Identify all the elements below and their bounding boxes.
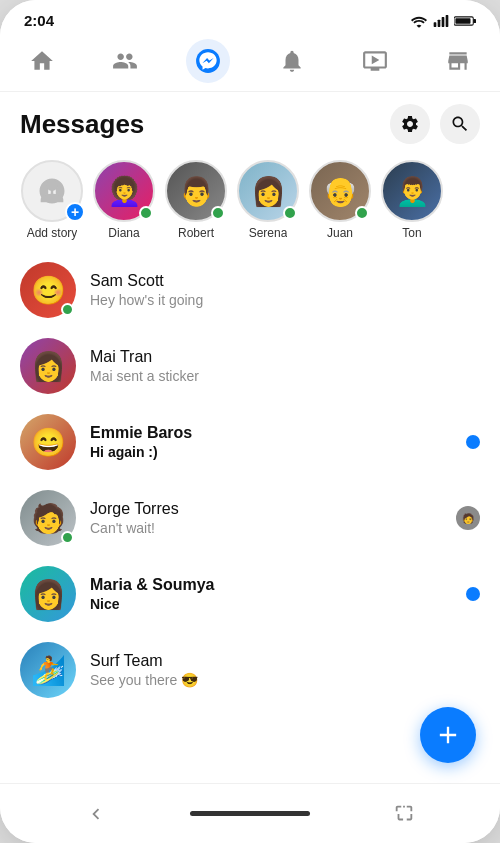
message-item-emmie[interactable]: 😄 Emmie Baros Hi again :) bbox=[0, 404, 500, 480]
svg-rect-2 bbox=[442, 17, 445, 27]
nav-home[interactable] bbox=[20, 39, 64, 83]
story-juan-online bbox=[355, 206, 369, 220]
story-ton-avatar: 👨‍🦱 bbox=[381, 160, 443, 222]
sam-preview: Hey how's it going bbox=[90, 292, 480, 308]
emmie-blue-dot bbox=[466, 435, 480, 449]
jorge-online-dot bbox=[61, 531, 74, 544]
nav-notifications[interactable] bbox=[270, 39, 314, 83]
mai-avatar: 👩 bbox=[20, 338, 76, 394]
maria-content: Maria & Soumya Nice bbox=[90, 576, 480, 612]
jorge-content: Jorge Torres Can't wait! bbox=[90, 500, 480, 536]
search-button[interactable] bbox=[440, 104, 480, 144]
mai-avatar-wrap: 👩 bbox=[20, 338, 76, 394]
maria-preview: Nice bbox=[90, 596, 480, 612]
nav-messenger[interactable] bbox=[186, 39, 230, 83]
pages-button[interactable] bbox=[386, 796, 422, 832]
emmie-avatar: 😄 bbox=[20, 414, 76, 470]
svg-rect-0 bbox=[434, 22, 437, 27]
nav-watch[interactable] bbox=[353, 39, 397, 83]
surf-avatar: 🏄 bbox=[20, 642, 76, 698]
maria-avatar-wrap: 👩 bbox=[20, 566, 76, 622]
story-add[interactable]: + Add story bbox=[16, 160, 88, 240]
nav-store[interactable] bbox=[436, 39, 480, 83]
svg-rect-5 bbox=[473, 18, 476, 22]
mai-preview: Mai sent a sticker bbox=[90, 368, 480, 384]
battery-icon bbox=[454, 15, 476, 27]
story-juan[interactable]: 👴 Juan bbox=[304, 160, 376, 240]
messages-header: Messages bbox=[0, 92, 500, 152]
story-ton-label: Ton bbox=[402, 226, 421, 240]
add-story-badge: + bbox=[65, 202, 85, 222]
jorge-indicator: 🧑 bbox=[456, 506, 480, 530]
messages-list: 😊 Sam Scott Hey how's it going 👩 Mai Tra… bbox=[0, 252, 500, 783]
surf-content: Surf Team See you there 😎 bbox=[90, 652, 480, 688]
emmie-indicator bbox=[466, 435, 480, 449]
surf-name: Surf Team bbox=[90, 652, 480, 670]
message-item-surf[interactable]: 🏄 Surf Team See you there 😎 bbox=[0, 632, 500, 708]
maria-indicator bbox=[466, 587, 480, 601]
story-diana-label: Diana bbox=[108, 226, 139, 240]
jorge-avatar-wrap: 🧑 bbox=[20, 490, 76, 546]
svg-rect-3 bbox=[446, 15, 449, 27]
message-item-jorge[interactable]: 🧑 Jorge Torres Can't wait! 🧑 bbox=[0, 480, 500, 556]
search-icon bbox=[450, 114, 470, 134]
page-title: Messages bbox=[20, 109, 144, 140]
emmie-avatar-wrap: 😄 bbox=[20, 414, 76, 470]
svg-rect-1 bbox=[438, 19, 441, 26]
message-item-sam[interactable]: 😊 Sam Scott Hey how's it going bbox=[0, 252, 500, 328]
plus-icon bbox=[434, 721, 462, 749]
jorge-reaction: 🧑 bbox=[456, 506, 480, 530]
story-ton[interactable]: 👨‍🦱 Ton bbox=[376, 160, 448, 240]
new-message-fab[interactable] bbox=[420, 707, 476, 763]
nav-people[interactable] bbox=[103, 39, 147, 83]
mai-content: Mai Tran Mai sent a sticker bbox=[90, 348, 480, 384]
sam-name: Sam Scott bbox=[90, 272, 480, 290]
bottom-bar bbox=[0, 783, 500, 843]
stories-row: + Add story 👩‍🦱 Diana 👨 Robert bbox=[0, 152, 500, 252]
nav-bar bbox=[0, 33, 500, 92]
header-actions bbox=[390, 104, 480, 144]
gear-icon bbox=[400, 114, 420, 134]
sam-content: Sam Scott Hey how's it going bbox=[90, 272, 480, 308]
jorge-preview: Can't wait! bbox=[90, 520, 480, 536]
message-item-mai[interactable]: 👩 Mai Tran Mai sent a sticker bbox=[0, 328, 500, 404]
maria-blue-dot bbox=[466, 587, 480, 601]
maria-name: Maria & Soumya bbox=[90, 576, 480, 594]
wifi-icon bbox=[410, 14, 428, 28]
home-indicator bbox=[190, 811, 310, 816]
story-juan-label: Juan bbox=[327, 226, 353, 240]
status-time: 2:04 bbox=[24, 12, 54, 29]
emmie-preview: Hi again :) bbox=[90, 444, 480, 460]
mai-name: Mai Tran bbox=[90, 348, 480, 366]
signal-icon bbox=[433, 14, 449, 28]
story-robert[interactable]: 👨 Robert bbox=[160, 160, 232, 240]
status-bar: 2:04 bbox=[0, 0, 500, 33]
story-serena-online bbox=[283, 206, 297, 220]
sam-avatar-wrap: 😊 bbox=[20, 262, 76, 318]
story-diana-online bbox=[139, 206, 153, 220]
story-serena-label: Serena bbox=[249, 226, 288, 240]
sam-online-dot bbox=[61, 303, 74, 316]
emmie-name: Emmie Baros bbox=[90, 424, 480, 442]
surf-avatar-wrap: 🏄 bbox=[20, 642, 76, 698]
status-icons bbox=[410, 14, 476, 28]
story-add-label: Add story bbox=[27, 226, 78, 240]
message-item-maria[interactable]: 👩 Maria & Soumya Nice bbox=[0, 556, 500, 632]
story-robert-online bbox=[211, 206, 225, 220]
jorge-name: Jorge Torres bbox=[90, 500, 480, 518]
settings-button[interactable] bbox=[390, 104, 430, 144]
back-button[interactable] bbox=[78, 796, 114, 832]
svg-rect-6 bbox=[455, 18, 470, 24]
phone-frame: 2:04 bbox=[0, 0, 500, 843]
emmie-content: Emmie Baros Hi again :) bbox=[90, 424, 480, 460]
surf-preview: See you there 😎 bbox=[90, 672, 480, 688]
maria-avatar: 👩 bbox=[20, 566, 76, 622]
story-robert-label: Robert bbox=[178, 226, 214, 240]
story-diana[interactable]: 👩‍🦱 Diana bbox=[88, 160, 160, 240]
pages-icon bbox=[393, 803, 415, 825]
back-icon bbox=[85, 803, 107, 825]
story-serena[interactable]: 👩 Serena bbox=[232, 160, 304, 240]
